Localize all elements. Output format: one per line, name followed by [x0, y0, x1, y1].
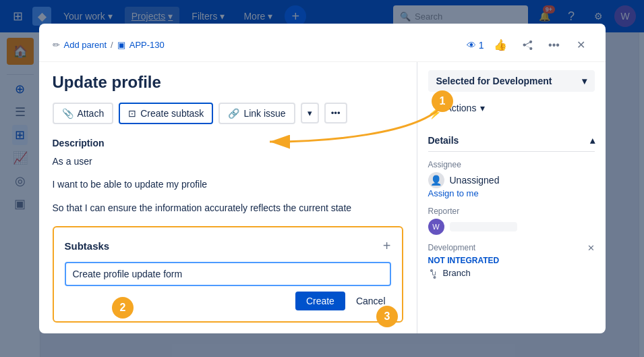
assignee-section: Assignee 👤 Unassigned Assign to me	[428, 160, 595, 198]
subtask-actions: Create Cancel	[65, 292, 391, 310]
details-header: Details	[428, 135, 595, 152]
modal-right-panel: Selected for Development ⚡ Actions Detai…	[417, 62, 606, 333]
not-integrated-label: NOT INTEGRATED	[428, 256, 595, 265]
issue-icon: ▣	[117, 40, 125, 50]
breadcrumb: ✏ Add parent / ▣ APP-130	[53, 40, 165, 50]
actions-row: ⚡ Actions	[428, 100, 595, 127]
modal-overlay: ✏ Add parent / ▣ APP-130 👁 1 👍 ••• ✕	[0, 0, 644, 357]
assignee-avatar: 👤	[428, 172, 444, 188]
status-button[interactable]: Selected for Development	[428, 70, 595, 92]
close-button[interactable]: ✕	[570, 34, 592, 56]
development-close-button[interactable]: ✕	[587, 243, 595, 253]
assign-to-me-link[interactable]: Assign to me	[428, 188, 595, 198]
reporter-value: W	[428, 219, 595, 235]
modal-header: ✏ Add parent / ▣ APP-130 👁 1 👍 ••• ✕	[39, 24, 606, 62]
link-issue-button[interactable]: 🔗 Link issue	[218, 103, 295, 124]
subtask-input[interactable]	[65, 262, 391, 286]
toolbar: 📎 Attach ⊡ Create subtask 🔗 Link issue ▾…	[53, 103, 403, 124]
development-header: Development ✕	[428, 243, 595, 253]
status-chevron	[582, 76, 587, 86]
cancel-subtask-button[interactable]: Cancel	[351, 292, 391, 310]
watch-button[interactable]: 👁 1	[467, 40, 484, 51]
actions-button[interactable]: Actions	[446, 100, 486, 116]
attach-button[interactable]: 📎 Attach	[53, 103, 114, 124]
edit-icon: ✏	[53, 40, 60, 50]
toolbar-more-button[interactable]: •••	[324, 103, 347, 123]
description-section: Description As a user I want to be able …	[53, 138, 403, 215]
thumbs-up-button[interactable]: 👍	[490, 34, 511, 56]
issue-modal: ✏ Add parent / ▣ APP-130 👁 1 👍 ••• ✕	[39, 24, 606, 333]
issue-title: Update profile	[53, 73, 403, 92]
description-content: As a user I want to be able to update my…	[53, 154, 403, 215]
assignee-value: 👤 Unassigned	[428, 172, 595, 188]
branch-icon	[428, 268, 439, 279]
add-subtask-button[interactable]: +	[383, 238, 391, 254]
modal-body: Update profile 📎 Attach ⊡ Create subtask…	[39, 62, 606, 333]
more-options-button[interactable]: •••	[544, 34, 565, 56]
subtasks-section: Subtasks + Create Cancel	[53, 226, 403, 323]
link-icon: 🔗	[228, 108, 239, 119]
development-section: Development ✕ NOT INTEGRATED Branch	[428, 243, 595, 279]
subtasks-label: Subtasks	[65, 240, 110, 252]
details-chevron	[590, 135, 595, 146]
reporter-name-placeholder	[450, 222, 517, 231]
lightning-icon: ⚡	[428, 107, 442, 119]
subtask-icon: ⊡	[128, 108, 136, 119]
create-subtask-button[interactable]: ⊡ Create subtask	[119, 103, 213, 124]
toolbar-expand-button[interactable]: ▾	[301, 103, 319, 123]
reporter-section: Reporter W	[428, 207, 595, 235]
paperclip-icon: 📎	[62, 108, 74, 119]
share-button[interactable]	[517, 34, 538, 56]
reporter-avatar: W	[428, 219, 444, 235]
actions-chevron	[480, 103, 485, 113]
subtasks-header: Subtasks +	[65, 238, 391, 254]
create-subtask-confirm-button[interactable]: Create	[295, 292, 345, 310]
branch-item[interactable]: Branch	[428, 268, 595, 279]
modal-left-panel: Update profile 📎 Attach ⊡ Create subtask…	[39, 62, 417, 333]
eye-icon: 👁	[467, 40, 476, 51]
issue-link[interactable]: APP-130	[129, 40, 165, 50]
description-label: Description	[53, 138, 403, 148]
modal-header-actions: 👁 1 👍 ••• ✕	[467, 34, 592, 56]
add-parent-link[interactable]: Add parent	[64, 40, 107, 50]
